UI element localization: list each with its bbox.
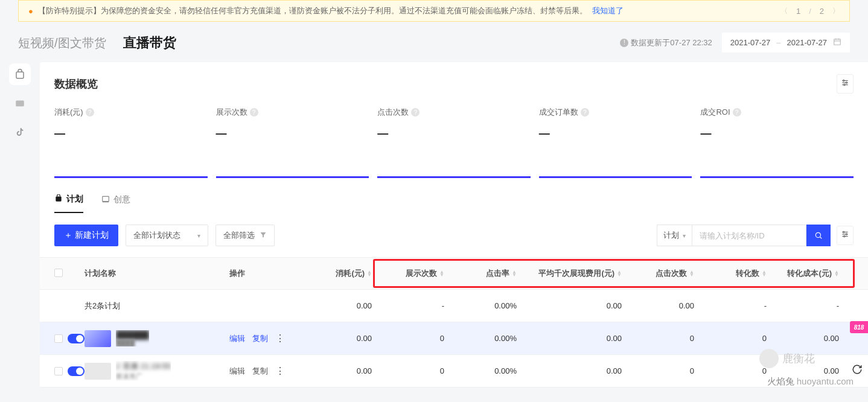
date-range-picker[interactable]: 2021-07-27 – 2021-07-27 bbox=[722, 33, 850, 53]
col-conversions[interactable]: 转化数▲▼ bbox=[694, 268, 767, 279]
section-tabs: 计划 创意 bbox=[40, 183, 868, 214]
calendar-icon bbox=[833, 37, 841, 48]
content-panel: 数据概览 消耗(元)? — 展示次数? — 点击次数? — 成交订单数? — bbox=[40, 62, 868, 388]
pager-next-icon[interactable]: 〉 bbox=[832, 6, 840, 16]
table: 计划名称 操作 消耗(元)▲▼ 展示次数▲▼ 点击率▲▼ 平均千次展现费用(元)… bbox=[40, 257, 868, 388]
svg-line-16 bbox=[820, 237, 822, 238]
sort-icon: ▲▼ bbox=[762, 270, 767, 276]
plan-thumbnail bbox=[85, 330, 111, 347]
new-plan-button[interactable]: ＋新建计划 bbox=[54, 225, 118, 246]
svg-rect-4 bbox=[16, 72, 24, 78]
col-conv-cost[interactable]: 转化成本(元)▲▼ bbox=[767, 268, 839, 279]
update-timestamp: ! 数据更新于07-27 22:32 bbox=[620, 37, 712, 48]
rail-douyin-icon[interactable] bbox=[9, 121, 31, 143]
toolbar: ＋新建计划 全部计划状态 ▾ 全部筛选 计划 ▾ bbox=[40, 214, 868, 257]
row-checkbox[interactable] bbox=[54, 334, 63, 343]
plan-name: ██████ bbox=[116, 330, 149, 339]
tab-creative[interactable]: 创意 bbox=[101, 194, 130, 213]
card-roi[interactable]: 成交ROI? — bbox=[700, 107, 854, 178]
select-all-checkbox[interactable] bbox=[54, 269, 63, 277]
col-impressions[interactable]: 展示次数▲▼ bbox=[372, 268, 444, 279]
help-icon: ? bbox=[86, 108, 94, 116]
sort-icon: ▲▼ bbox=[617, 270, 622, 276]
more-icon[interactable]: ⋮ bbox=[275, 365, 285, 377]
svg-rect-5 bbox=[16, 101, 24, 107]
tab-video-image[interactable]: 短视频/图文带货 bbox=[18, 35, 106, 51]
svg-rect-0 bbox=[834, 39, 841, 45]
col-name: 计划名称 bbox=[85, 268, 229, 279]
overview-title: 数据概览 bbox=[54, 77, 98, 91]
watermark-brand: 火焰兔huoyantu.com bbox=[767, 376, 854, 388]
col-ops: 操作 bbox=[229, 268, 299, 279]
search-group: 计划 ▾ bbox=[657, 225, 831, 246]
page-header: 短视频/图文带货 直播带货 ! 数据更新于07-27 22:32 2021-07… bbox=[18, 33, 850, 53]
help-icon: ? bbox=[411, 108, 420, 116]
sort-icon: ▲▼ bbox=[512, 270, 517, 276]
search-input[interactable] bbox=[692, 225, 806, 246]
plan-name: 2 直播 21:19:55 bbox=[116, 361, 171, 372]
svg-point-21 bbox=[846, 234, 847, 235]
pager-prev-icon[interactable]: 〈 bbox=[780, 6, 788, 16]
tab-plan[interactable]: 计划 bbox=[54, 194, 83, 213]
card-impressions[interactable]: 展示次数? — bbox=[216, 107, 369, 178]
card-consumption[interactable]: 消耗(元)? — bbox=[54, 107, 208, 178]
col-ctr[interactable]: 点击率▲▼ bbox=[444, 268, 517, 279]
side-rail bbox=[0, 62, 40, 388]
alert-dismiss-link[interactable]: 我知道了 bbox=[592, 5, 624, 16]
svg-point-11 bbox=[844, 84, 845, 85]
svg-point-10 bbox=[846, 82, 847, 83]
edit-link[interactable]: 编辑 bbox=[229, 366, 245, 377]
filter-button[interactable]: 全部筛选 bbox=[215, 225, 275, 246]
col-cpm[interactable]: 平均千次展现费用(元)▲▼ bbox=[517, 268, 622, 279]
svg-point-22 bbox=[844, 235, 845, 237]
pager-current: 1 bbox=[796, 7, 800, 16]
row-checkbox[interactable] bbox=[54, 367, 63, 375]
plus-icon: ＋ bbox=[64, 230, 72, 241]
row-toggle[interactable] bbox=[68, 334, 85, 343]
card-clicks[interactable]: 点击次数? — bbox=[377, 107, 531, 178]
table-row: 2 直播 21:19:55极速推广 编辑 复制 ⋮ 0.00 0 0.00% 0… bbox=[40, 355, 868, 388]
summary-row: 共2条计划 0.00 - 0.00% 0.00 0.00 - - bbox=[40, 290, 868, 322]
rail-shopping-icon[interactable] bbox=[9, 63, 31, 85]
settings-icon[interactable] bbox=[837, 74, 854, 94]
svg-point-20 bbox=[843, 231, 844, 232]
help-icon: ? bbox=[250, 108, 258, 116]
search-button[interactable] bbox=[806, 225, 831, 246]
col-consumption[interactable]: 消耗(元)▲▼ bbox=[299, 268, 372, 279]
plan-thumbnail bbox=[85, 363, 111, 380]
svg-point-9 bbox=[843, 80, 844, 81]
col-clicks[interactable]: 点击次数▲▼ bbox=[622, 268, 694, 279]
copy-link[interactable]: 复制 bbox=[252, 333, 268, 344]
help-icon: ? bbox=[733, 108, 741, 116]
search-type-select[interactable]: 计划 ▾ bbox=[657, 225, 692, 246]
more-icon[interactable]: ⋮ bbox=[275, 333, 285, 344]
overview-cards: 消耗(元)? — 展示次数? — 点击次数? — 成交订单数? — 成交ROI?… bbox=[40, 98, 868, 183]
creative-icon bbox=[101, 195, 110, 205]
rail-folder-icon[interactable] bbox=[9, 92, 31, 114]
sort-icon: ▲▼ bbox=[367, 270, 372, 276]
promo-badge-818[interactable]: 818 bbox=[850, 321, 868, 333]
alert-bar: ● 【防诈特别提示】为保障您的资金安全，请勿轻信任何非官方充值渠道，谨防资金账户… bbox=[18, 0, 850, 22]
alert-pager: 〈 1 / 2 〉 bbox=[780, 6, 840, 16]
table-header-row: 计划名称 操作 消耗(元)▲▼ 展示次数▲▼ 点击率▲▼ 平均千次展现费用(元)… bbox=[40, 257, 868, 290]
chevron-down-icon: ▾ bbox=[683, 232, 686, 239]
copy-link[interactable]: 复制 bbox=[252, 366, 268, 377]
plan-icon bbox=[54, 194, 63, 205]
pager-total: 2 bbox=[820, 7, 824, 16]
sort-icon: ▲▼ bbox=[689, 270, 694, 276]
avatar-icon bbox=[759, 349, 779, 368]
tab-live[interactable]: 直播带货 bbox=[123, 34, 176, 52]
warning-icon: ● bbox=[28, 7, 33, 16]
column-settings-icon[interactable] bbox=[837, 226, 854, 245]
info-icon: ! bbox=[620, 39, 628, 47]
svg-rect-12 bbox=[56, 196, 61, 201]
refresh-icon[interactable] bbox=[850, 362, 864, 377]
help-icon: ? bbox=[581, 108, 589, 116]
plan-status-select[interactable]: 全部计划状态 ▾ bbox=[126, 225, 208, 246]
card-orders[interactable]: 成交订单数? — bbox=[539, 107, 692, 178]
svg-point-15 bbox=[815, 232, 820, 237]
edit-link[interactable]: 编辑 bbox=[229, 333, 245, 344]
row-toggle[interactable] bbox=[68, 366, 85, 376]
alert-text: 【防诈特别提示】为保障您的资金安全，请勿轻信任何非官方充值渠道，谨防资金账户被不… bbox=[38, 5, 587, 16]
date-to: 2021-07-27 bbox=[787, 38, 828, 47]
